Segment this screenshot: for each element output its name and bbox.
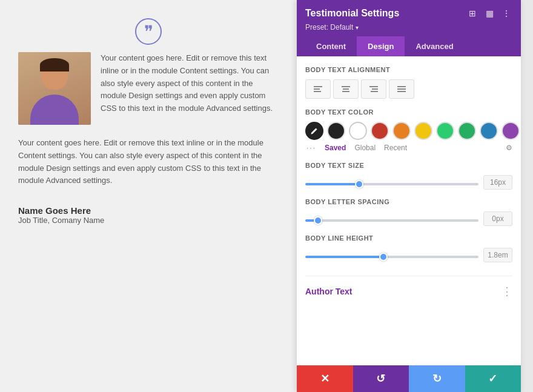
body-text-size-value: 16px: [483, 175, 512, 190]
color-swatch-blue[interactable]: [480, 122, 498, 140]
color-swatch-black[interactable]: [327, 122, 345, 140]
testimonial-text-1: Your content goes here. Edit or remove t…: [101, 52, 279, 125]
tabs-bar: Content Design Advanced: [305, 36, 512, 56]
color-edit-button[interactable]: [305, 122, 323, 140]
body-text-alignment-label: Body Text Alignment: [305, 66, 512, 73]
body-line-height-value: 1.8em: [483, 248, 512, 262]
body-text-alignment-section: Body Text Alignment: [305, 66, 512, 99]
preset-label: Preset: Default: [305, 23, 353, 32]
quote-icon: ❞: [135, 18, 162, 45]
body-letter-spacing-slider-wrapper: [305, 213, 478, 224]
save-button[interactable]: ✓: [465, 365, 521, 392]
body-text-size-slider-wrapper: [305, 177, 478, 188]
svg-rect-3: [342, 86, 350, 87]
svg-rect-10: [397, 88, 406, 90]
settings-panel: Testimonial Settings ⊞ ▦ ⋮ Preset: Defau…: [297, 0, 521, 392]
recent-label[interactable]: Recent: [384, 144, 407, 152]
tab-advanced[interactable]: Advanced: [405, 36, 464, 56]
color-swatch-orange[interactable]: [392, 122, 411, 140]
panel-header: Testimonial Settings ⊞ ▦ ⋮ Preset: Defau…: [297, 0, 521, 56]
body-line-height-label: Body Line Height: [305, 234, 512, 242]
tab-design[interactable]: Design: [357, 36, 405, 56]
svg-rect-7: [372, 88, 378, 90]
body-letter-spacing-label: Body Letter Spacing: [305, 198, 512, 205]
saved-label[interactable]: Saved: [325, 144, 346, 152]
color-swatches-row: [305, 122, 512, 140]
tab-content[interactable]: Content: [305, 36, 357, 56]
avatar: [18, 52, 91, 125]
body-letter-spacing-value: 0px: [483, 211, 512, 226]
preset-arrow-icon[interactable]: ▾: [356, 24, 359, 31]
align-center-button[interactable]: [333, 79, 359, 99]
save-icon: ✓: [488, 372, 497, 385]
color-swatch-teal[interactable]: [458, 122, 476, 140]
color-settings-icon[interactable]: ⚙: [506, 144, 512, 152]
align-right-button[interactable]: [361, 79, 386, 99]
svg-rect-2: [314, 91, 321, 92]
svg-rect-4: [343, 88, 349, 90]
body-text-color-label: Body Text Color: [305, 108, 512, 116]
global-label[interactable]: Global: [354, 144, 376, 152]
svg-rect-0: [314, 86, 322, 87]
body-line-height-slider-wrapper: [305, 250, 478, 261]
align-left-button[interactable]: [305, 79, 331, 99]
saved-row: ··· Saved Global Recent ⚙: [305, 144, 512, 152]
more-options-icon[interactable]: ⋮: [500, 7, 512, 19]
color-swatch-red[interactable]: [371, 122, 389, 140]
author-name: Name Goes Here: [18, 205, 279, 216]
more-dots[interactable]: ···: [306, 144, 316, 152]
svg-rect-11: [397, 91, 406, 92]
svg-rect-1: [314, 88, 320, 90]
align-justify-button[interactable]: [389, 79, 414, 99]
svg-rect-5: [342, 91, 349, 92]
author-text-title: Author Text: [305, 287, 353, 296]
cancel-icon: ✕: [320, 372, 329, 385]
redo-button[interactable]: ↻: [409, 365, 465, 392]
testimonial-preview: ❞ Your content goes here. Edit or remove…: [0, 0, 297, 392]
panel-body: Body Text Alignment Body Text Color: [297, 56, 521, 365]
svg-rect-8: [371, 91, 378, 92]
author-title: Job Title, Comany Name: [18, 216, 279, 225]
cancel-button[interactable]: ✕: [297, 365, 353, 392]
panel-title-icons: ⊞ ▦ ⋮: [466, 7, 512, 19]
redo-icon: ↻: [432, 372, 442, 385]
color-swatch-yellow[interactable]: [414, 122, 432, 140]
undo-button[interactable]: ↺: [353, 365, 409, 392]
body-line-height-slider[interactable]: [305, 256, 478, 258]
body-letter-spacing-slider[interactable]: [305, 219, 478, 222]
bottom-toolbar: ✕ ↺ ↻ ✓: [297, 365, 521, 392]
color-swatch-green[interactable]: [436, 122, 454, 140]
svg-rect-9: [397, 86, 406, 87]
undo-icon: ↺: [376, 372, 385, 385]
panel-title: Testimonial Settings: [305, 8, 399, 19]
body-text-size-slider[interactable]: [305, 183, 478, 185]
color-swatch-white[interactable]: [349, 122, 367, 140]
alignment-buttons: [305, 79, 512, 99]
author-text-header: Author Text ⋮: [305, 285, 512, 298]
author-text-section: Author Text ⋮: [305, 276, 512, 298]
grid-small-icon[interactable]: ⊞: [466, 7, 478, 19]
preset-row: Preset: Default ▾: [305, 23, 512, 32]
color-swatch-purple[interactable]: [502, 122, 520, 140]
grid-large-icon[interactable]: ▦: [483, 7, 495, 19]
testimonial-text-2: Your content goes here. Edit or remove t…: [18, 137, 279, 187]
body-text-size-label: Body Text Size: [305, 162, 512, 169]
author-text-options-icon[interactable]: ⋮: [502, 285, 512, 298]
svg-rect-6: [369, 86, 378, 87]
